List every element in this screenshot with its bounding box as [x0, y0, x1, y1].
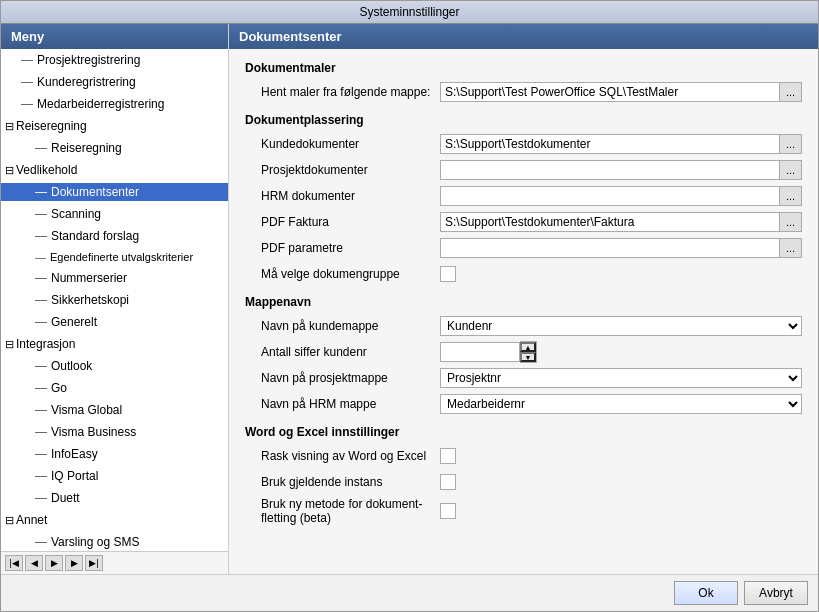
select-prosjektmappe[interactable]: Prosjektnr — [440, 368, 802, 388]
dash-icon: — — [35, 403, 47, 417]
sidebar-item-prosjektregistrering[interactable]: — Prosjektregistrering — [1, 51, 228, 69]
content-area: Dokumentmaler Hent maler fra følgende ma… — [229, 49, 818, 574]
sidebar-item-duett[interactable]: — Duett — [1, 489, 228, 507]
input-maler-wrap: ... — [440, 82, 802, 102]
spinner-btns: ▲ ▼ — [520, 341, 537, 363]
minus-icon: ⊟ — [5, 514, 14, 527]
list-item: — Kunderegristrering — [1, 71, 228, 93]
nav-next-button[interactable]: ▶ — [65, 555, 83, 571]
sidebar-item-infoeasy[interactable]: — InfoEasy — [1, 445, 228, 463]
dash-icon: — — [35, 293, 47, 307]
form-row-antallsiffer: Antall siffer kundenr ▲ ▼ — [245, 341, 802, 363]
sidebar-item-reiseregning[interactable]: — Reiseregning — [1, 139, 228, 157]
list-item: — Duett — [1, 487, 228, 509]
ok-button[interactable]: Ok — [674, 581, 738, 605]
form-row-bruk-ny-metode: Bruk ny metode for dokument-fletting (be… — [245, 497, 802, 525]
sidebar-item-integrasjon-group[interactable]: ⊟ Integrasjon — [1, 335, 228, 353]
dash-icon: — — [21, 97, 33, 111]
nav-first-button[interactable]: |◀ — [5, 555, 23, 571]
input-hrmdok[interactable] — [440, 186, 780, 206]
dash-icon: — — [35, 185, 47, 199]
sidebar-item-standard-forslag[interactable]: — Standard forslag — [1, 227, 228, 245]
input-pdffaktura-wrap: ... — [440, 212, 802, 232]
spinner-antallsiffer-input[interactable] — [440, 342, 520, 362]
list-item: ⊟ Vedlikehold — [1, 159, 228, 181]
dash-icon: — — [35, 381, 47, 395]
window-title: Systeminnstillinger — [359, 5, 459, 19]
label-kundedok: Kundedokumenter — [245, 137, 440, 151]
sidebar-item-outlook[interactable]: — Outlook — [1, 357, 228, 375]
sidebar-item-dokumentsenter[interactable]: — Dokumentsenter — [1, 183, 228, 201]
list-item: ⊟ Integrasjon — [1, 333, 228, 355]
input-pdfparametre[interactable] — [440, 238, 780, 258]
checkbox-bruk-ny-metode[interactable] — [440, 503, 456, 519]
nav-last-button[interactable]: ▶| — [85, 555, 103, 571]
sidebar-item-sikkerhetskopi[interactable]: — Sikkerhetskopi — [1, 291, 228, 309]
list-item: — Outlook — [1, 355, 228, 377]
checkbox-bruk-instans[interactable] — [440, 474, 456, 490]
dash-icon: — — [35, 207, 47, 221]
dash-icon: — — [21, 53, 33, 67]
list-item: — Dokumentsenter — [1, 181, 228, 203]
cancel-button[interactable]: Avbryt — [744, 581, 808, 605]
sidebar-item-egendefinerte[interactable]: — Egendefinerte utvalgskriterier — [1, 249, 228, 265]
browse-kundedok-button[interactable]: ... — [780, 134, 802, 154]
dash-icon: — — [35, 491, 47, 505]
sidebar-item-nummerserier[interactable]: — Nummerserier — [1, 269, 228, 287]
label-bruk-ny-metode: Bruk ny metode for dokument-fletting (be… — [245, 497, 440, 525]
section-dokumentplassering-title: Dokumentplassering — [245, 113, 802, 127]
input-kundedok-wrap: ... — [440, 134, 802, 154]
sidebar-item-varsling-sms[interactable]: — Varsling og SMS — [1, 533, 228, 551]
browse-maler-button[interactable]: ... — [780, 82, 802, 102]
spinner-down-button[interactable]: ▼ — [520, 352, 536, 362]
sidebar-item-scanning[interactable]: — Scanning — [1, 205, 228, 223]
dash-icon: — — [35, 359, 47, 373]
list-item: — Nummerserier — [1, 267, 228, 289]
sidebar-item-visma-business[interactable]: — Visma Business — [1, 423, 228, 441]
select-hrmmappe-wrap: Medarbeidernr — [440, 394, 802, 414]
checkbox-maveledok[interactable] — [440, 266, 456, 282]
dash-icon: — — [35, 469, 47, 483]
sidebar-item-kunderegristrering[interactable]: — Kunderegristrering — [1, 73, 228, 91]
form-row-prosjektmappe: Navn på prosjektmappe Prosjektnr — [245, 367, 802, 389]
sidebar-item-medarbeiderregistrering[interactable]: — Medarbeiderregistrering — [1, 95, 228, 113]
select-hrmmappe[interactable]: Medarbeidernr — [440, 394, 802, 414]
sidebar-item-visma-global[interactable]: — Visma Global — [1, 401, 228, 419]
spinner-antallsiffer-wrap: ▲ ▼ — [440, 341, 537, 363]
browse-prosjektdok-button[interactable]: ... — [780, 160, 802, 180]
sidebar-item-vedlikehold-group[interactable]: ⊟ Vedlikehold — [1, 161, 228, 179]
browse-pdfparametre-button[interactable]: ... — [780, 238, 802, 258]
dash-icon: — — [35, 271, 47, 285]
select-prosjektmappe-wrap: Prosjektnr — [440, 368, 802, 388]
nav-bar: |◀ ◀ ▶ ▶ ▶| — [1, 551, 228, 574]
list-item: — Varsling og SMS — [1, 531, 228, 551]
input-prosjektdok-wrap: ... — [440, 160, 802, 180]
label-antallsiffer: Antall siffer kundenr — [245, 345, 440, 359]
checkbox-rask-visning[interactable] — [440, 448, 456, 464]
sidebar-tree[interactable]: — Prosjektregistrering — Kunderegristrer… — [1, 49, 228, 551]
sidebar-item-go[interactable]: — Go — [1, 379, 228, 397]
sidebar-item-reiseregning-group[interactable]: ⊟ Reiseregning — [1, 117, 228, 135]
input-prosjektdok[interactable] — [440, 160, 780, 180]
input-pdffaktura[interactable] — [440, 212, 780, 232]
minus-icon: ⊟ — [5, 120, 14, 133]
nav-play-button[interactable]: ▶ — [45, 555, 63, 571]
browse-hrmdok-button[interactable]: ... — [780, 186, 802, 206]
input-kundedok[interactable] — [440, 134, 780, 154]
sidebar-item-annet-group[interactable]: ⊟ Annet — [1, 511, 228, 529]
title-bar: Systeminnstillinger — [1, 1, 818, 24]
nav-prev-button[interactable]: ◀ — [25, 555, 43, 571]
label-hrmdok: HRM dokumenter — [245, 189, 440, 203]
list-item: — IQ Portal — [1, 465, 228, 487]
list-item: — Egendefinerte utvalgskriterier — [1, 247, 228, 267]
list-item: — Visma Global — [1, 399, 228, 421]
select-kundemappe[interactable]: Kundenr — [440, 316, 802, 336]
label-pdffaktura: PDF Faktura — [245, 215, 440, 229]
spinner-up-button[interactable]: ▲ — [520, 342, 536, 352]
input-maler[interactable] — [440, 82, 780, 102]
sidebar-item-generelt[interactable]: — Generelt — [1, 313, 228, 331]
minus-icon: ⊟ — [5, 164, 14, 177]
dash-icon: — — [35, 447, 47, 461]
browse-pdffaktura-button[interactable]: ... — [780, 212, 802, 232]
sidebar-item-iq-portal[interactable]: — IQ Portal — [1, 467, 228, 485]
